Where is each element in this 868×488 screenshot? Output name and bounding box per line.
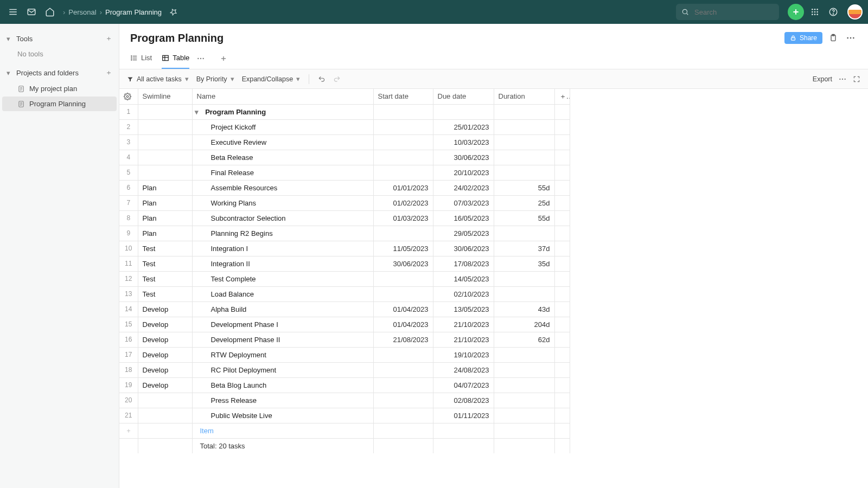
cell-duration[interactable] <box>494 134 554 150</box>
cell-due[interactable]: 16/05/2023 <box>433 210 494 226</box>
cell-due[interactable]: 02/08/2023 <box>433 393 494 408</box>
cell-duration[interactable]: 55d <box>494 210 554 226</box>
cell-name[interactable]: Assemble Resources <box>192 180 373 195</box>
help-icon[interactable] <box>826 4 841 20</box>
table-row[interactable]: 19 Develop Beta Blog Launch 04/07/2023 <box>119 377 570 393</box>
sidebar-item[interactable]: My project plan <box>2 81 117 96</box>
add-item-label[interactable]: Item <box>192 423 373 438</box>
table-row[interactable]: 11 Test Integration II 30/06/2023 17/08/… <box>119 256 570 271</box>
cell-start[interactable]: 01/01/2023 <box>373 180 433 195</box>
cell-start[interactable] <box>373 134 433 150</box>
cell-swimline[interactable] <box>138 408 192 423</box>
cell-start[interactable]: 21/08/2023 <box>373 332 433 347</box>
cell-start[interactable] <box>373 226 433 241</box>
cell-due[interactable]: 21/10/2023 <box>433 317 494 332</box>
apps-grid-icon[interactable] <box>807 4 822 20</box>
cell-due[interactable]: 14/05/2023 <box>433 271 494 286</box>
breadcrumb-current[interactable]: Program Planning <box>105 8 162 16</box>
inbox-icon[interactable] <box>24 4 39 20</box>
cell-name[interactable]: Test Complete <box>192 271 373 286</box>
cell-swimline[interactable] <box>138 165 192 180</box>
cell-due[interactable]: 29/05/2023 <box>433 226 494 241</box>
add-column-icon[interactable]: ＋ <box>554 89 570 104</box>
col-due[interactable]: Due date <box>433 89 494 104</box>
cell-due[interactable]: 17/08/2023 <box>433 256 494 271</box>
cell-name[interactable]: Working Plans <box>192 195 373 210</box>
cell-name[interactable]: Alpha Build <box>192 301 373 317</box>
cell-due[interactable]: 02/10/2023 <box>433 286 494 301</box>
table-row[interactable]: 8 Plan Subcontractor Selection 01/03/202… <box>119 210 570 226</box>
gear-icon[interactable] <box>119 89 138 104</box>
cell-name[interactable]: RTW Deployment <box>192 347 373 362</box>
avatar[interactable] <box>847 4 863 20</box>
cell-name[interactable]: ▾ Program Planning <box>192 104 373 119</box>
cell-duration[interactable] <box>494 226 554 241</box>
add-project-icon[interactable]: ＋ <box>105 68 112 78</box>
cell-start[interactable] <box>373 150 433 165</box>
cell-name[interactable]: Final Release <box>192 165 373 180</box>
cell-swimline[interactable] <box>138 104 192 119</box>
table-row[interactable]: 4 Beta Release 30/06/2023 <box>119 150 570 165</box>
cell-name[interactable]: Integration II <box>192 256 373 271</box>
more-icon[interactable] <box>844 31 857 44</box>
cell-due[interactable]: 30/06/2023 <box>433 150 494 165</box>
cell-duration[interactable]: 204d <box>494 317 554 332</box>
cell-name[interactable]: Planning R2 Begins <box>192 226 373 241</box>
group-by[interactable]: By Priority ▾ <box>196 75 234 83</box>
cell-name[interactable]: Project Kickoff <box>192 119 373 134</box>
cell-start[interactable] <box>373 393 433 408</box>
col-start[interactable]: Start date <box>373 89 433 104</box>
cell-start[interactable] <box>373 347 433 362</box>
cell-start[interactable] <box>373 104 433 119</box>
export-button[interactable]: Export <box>813 75 832 83</box>
cell-swimline[interactable] <box>138 393 192 408</box>
table-row[interactable]: 17 Develop RTW Deployment 19/10/2023 <box>119 347 570 362</box>
cell-name[interactable]: Press Release <box>192 393 373 408</box>
table-row[interactable]: 21 Public Website Live 01/11/2023 <box>119 408 570 423</box>
cell-start[interactable] <box>373 377 433 393</box>
cell-due[interactable]: 30/06/2023 <box>433 241 494 256</box>
sidebar-item[interactable]: Program Planning <box>2 97 117 111</box>
table-row[interactable]: 18 Develop RC Pilot Deployment 24/08/202… <box>119 362 570 377</box>
tab-more-icon[interactable] <box>197 57 205 60</box>
cell-due[interactable]: 19/10/2023 <box>433 347 494 362</box>
cell-swimline[interactable]: Test <box>138 286 192 301</box>
add-row-icon[interactable]: ＋ <box>119 423 138 438</box>
cell-start[interactable] <box>373 362 433 377</box>
cell-duration[interactable] <box>494 377 554 393</box>
cell-name[interactable]: Load Balance <box>192 286 373 301</box>
cell-due[interactable]: 24/08/2023 <box>433 362 494 377</box>
col-duration[interactable]: Duration <box>494 89 554 104</box>
cell-due[interactable]: 20/10/2023 <box>433 165 494 180</box>
cell-swimline[interactable]: Develop <box>138 347 192 362</box>
table-row[interactable]: 16 Develop Development Phase II 21/08/20… <box>119 332 570 347</box>
cell-due[interactable]: 10/03/2023 <box>433 134 494 150</box>
table-row[interactable]: 5 Final Release 20/10/2023 <box>119 165 570 180</box>
cell-duration[interactable] <box>494 347 554 362</box>
cell-start[interactable] <box>373 119 433 134</box>
cell-name[interactable]: Beta Release <box>192 150 373 165</box>
toolbar-more-icon[interactable] <box>839 78 846 80</box>
cell-swimline[interactable] <box>138 150 192 165</box>
cell-name[interactable]: RC Pilot Deployment <box>192 362 373 377</box>
cell-duration[interactable] <box>494 362 554 377</box>
share-button[interactable]: Share <box>784 32 822 44</box>
cell-duration[interactable]: 35d <box>494 256 554 271</box>
cell-due[interactable]: 01/11/2023 <box>433 408 494 423</box>
cell-name[interactable]: Integration I <box>192 241 373 256</box>
cell-start[interactable]: 01/04/2023 <box>373 317 433 332</box>
cell-start[interactable] <box>373 408 433 423</box>
table-group-row[interactable]: 1 ▾ Program Planning <box>119 104 570 119</box>
cell-swimline[interactable]: Plan <box>138 210 192 226</box>
cell-start[interactable]: 11/05/2023 <box>373 241 433 256</box>
table-row[interactable]: 10 Test Integration I 11/05/2023 30/06/2… <box>119 241 570 256</box>
cell-swimline[interactable]: Develop <box>138 362 192 377</box>
cell-start[interactable] <box>373 165 433 180</box>
cell-duration[interactable]: 25d <box>494 195 554 210</box>
cell-swimline[interactable]: Develop <box>138 332 192 347</box>
cell-duration[interactable] <box>494 393 554 408</box>
cell-swimline[interactable]: Test <box>138 271 192 286</box>
undo-icon[interactable] <box>318 75 326 83</box>
cell-due[interactable]: 04/07/2023 <box>433 377 494 393</box>
col-swimline[interactable]: Swimline <box>138 89 192 104</box>
